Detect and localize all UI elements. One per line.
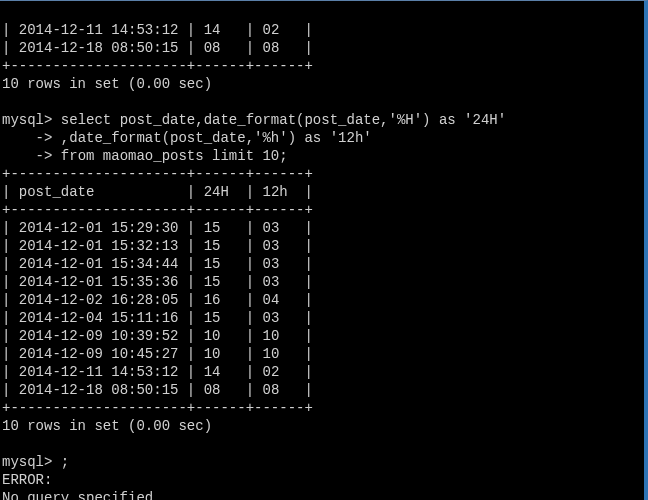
sql-query-line: -> ,date_format(post_date,'%h') as '12h' — [2, 130, 372, 146]
result-row: | 2014-12-18 08:50:15 | 08 | 08 | — [2, 40, 313, 56]
table-header: | post_date | 24H | 12h | — [2, 184, 313, 200]
sql-query-line: mysql> ; — [2, 454, 69, 470]
error-message: No query specified — [2, 490, 153, 500]
table-border: +---------------------+------+------+ — [2, 58, 313, 74]
scrollbar[interactable] — [644, 1, 646, 500]
result-row: | 2014-12-01 15:34:44 | 15 | 03 | — [2, 256, 313, 272]
result-row: | 2014-12-18 08:50:15 | 08 | 08 | — [2, 382, 313, 398]
result-row: | 2014-12-01 15:32:13 | 15 | 03 | — [2, 238, 313, 254]
result-row: | 2014-12-01 15:29:30 | 15 | 03 | — [2, 220, 313, 236]
sql-query-line: -> from maomao_posts limit 10; — [2, 148, 288, 164]
result-row: | 2014-12-02 16:28:05 | 16 | 04 | — [2, 292, 313, 308]
result-row: | 2014-12-04 15:11:16 | 15 | 03 | — [2, 310, 313, 326]
status-line: 10 rows in set (0.00 sec) — [2, 76, 212, 92]
result-row: | 2014-12-01 15:35:36 | 15 | 03 | — [2, 274, 313, 290]
result-row: | 2014-12-11 14:53:12 | 14 | 02 | — [2, 364, 313, 380]
status-line: 10 rows in set (0.00 sec) — [2, 418, 212, 434]
result-row: | 2014-12-09 10:45:27 | 10 | 10 | — [2, 346, 313, 362]
result-row: | 2014-12-09 10:39:52 | 10 | 10 | — [2, 328, 313, 344]
table-border: +---------------------+------+------+ — [2, 202, 313, 218]
table-border: +---------------------+------+------+ — [2, 166, 313, 182]
result-row: | 2014-12-11 14:53:12 | 14 | 02 | — [2, 22, 313, 38]
sql-query-line: mysql> select post_date,date_format(post… — [2, 112, 506, 128]
terminal[interactable]: | 2014-12-11 14:53:12 | 14 | 02 | | 2014… — [0, 0, 648, 500]
error-label: ERROR: — [2, 472, 52, 488]
table-border: +---------------------+------+------+ — [2, 400, 313, 416]
